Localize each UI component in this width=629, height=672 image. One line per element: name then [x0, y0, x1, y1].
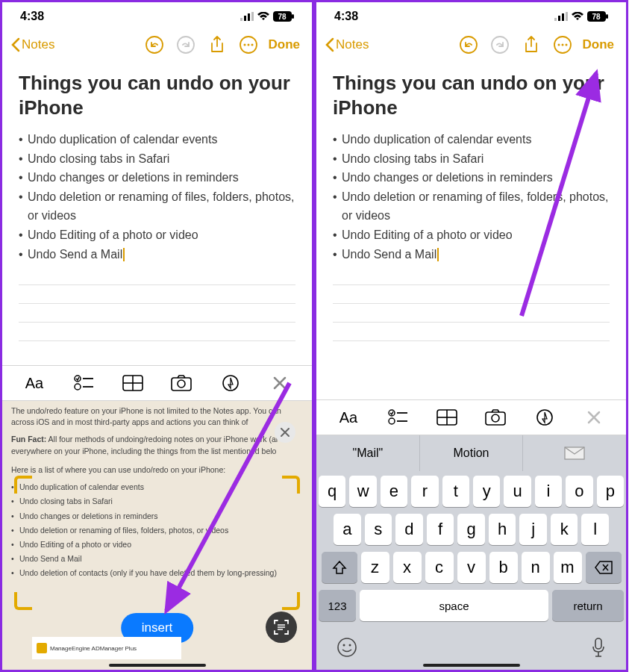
svg-rect-26	[37, 643, 47, 653]
note-content[interactable]: Things you can undo on your iPhone Undo …	[2, 65, 312, 365]
suggestion-item[interactable]: "Mail"	[316, 435, 420, 471]
live-text-button[interactable]	[266, 612, 297, 643]
key-o[interactable]: o	[566, 476, 592, 507]
wifi-icon	[257, 12, 269, 21]
nav-bar: Notes Done	[2, 25, 312, 65]
format-bar: Aa	[316, 399, 626, 435]
table-button[interactable]	[428, 402, 466, 432]
camera-button[interactable]	[477, 402, 514, 432]
undo-button[interactable]	[454, 31, 483, 59]
share-button[interactable]	[517, 31, 545, 59]
key-e[interactable]: e	[381, 476, 407, 507]
status-indicators: 78	[554, 11, 608, 22]
more-button[interactable]	[548, 31, 577, 59]
scan-bullets: Undo duplication of calendar events Undo…	[11, 482, 303, 579]
text-format-button[interactable]: Aa	[16, 368, 53, 398]
key-x[interactable]: x	[393, 552, 422, 583]
key-r[interactable]: r	[411, 476, 438, 507]
format-close-button[interactable]	[261, 368, 298, 398]
wifi-icon	[572, 12, 583, 21]
markup-button[interactable]	[526, 402, 563, 432]
suggestion-item[interactable]: Motion	[420, 435, 524, 471]
emoji-icon	[337, 637, 357, 658]
suggestion-bar: "Mail" Motion	[316, 435, 626, 471]
undo-icon	[145, 35, 164, 55]
back-button[interactable]: Notes	[11, 37, 54, 52]
share-button[interactable]	[203, 31, 231, 59]
camera-icon	[485, 409, 506, 426]
ellipsis-circle-icon	[239, 35, 258, 55]
key-f[interactable]: f	[427, 514, 454, 545]
emoji-button[interactable]	[337, 637, 357, 661]
key-g[interactable]: g	[457, 514, 485, 545]
key-c[interactable]: c	[425, 552, 454, 583]
svg-text:78: 78	[592, 13, 601, 21]
scan-funfact-label: Fun Fact:	[11, 435, 46, 444]
key-j[interactable]: j	[519, 514, 547, 545]
text-format-button[interactable]: Aa	[330, 402, 367, 432]
key-u[interactable]: u	[504, 476, 531, 507]
svg-point-35	[460, 37, 477, 53]
checklist-button[interactable]	[379, 402, 416, 432]
svg-point-21	[178, 380, 185, 388]
key-z[interactable]: z	[361, 552, 389, 583]
scan-bullet: Undo deletion or renaming of files, fold…	[11, 525, 303, 536]
checklist-button[interactable]	[65, 368, 102, 398]
ad-text: ManageEngine ADManager Plus	[50, 645, 137, 652]
note-bullets: Undo duplication of calendar events Undo…	[19, 130, 295, 264]
cellular-icon	[240, 12, 254, 21]
bullet-item: Undo closing tabs in Safari	[19, 149, 295, 169]
ellipsis-circle-icon	[553, 35, 572, 55]
markup-icon	[222, 374, 240, 392]
key-k[interactable]: k	[551, 514, 578, 545]
suggestion-item[interactable]	[523, 435, 626, 471]
scan-close-button[interactable]	[275, 422, 295, 443]
space-key[interactable]: space	[360, 590, 548, 621]
home-indicator[interactable]	[423, 664, 520, 667]
key-n[interactable]: n	[522, 552, 550, 583]
chevron-left-icon	[11, 37, 20, 52]
key-l[interactable]: l	[581, 514, 609, 545]
table-button[interactable]	[114, 368, 151, 398]
key-d[interactable]: d	[395, 514, 423, 545]
key-b[interactable]: b	[489, 552, 518, 583]
key-w[interactable]: w	[349, 476, 376, 507]
return-key[interactable]: return	[552, 590, 624, 621]
shift-key[interactable]	[322, 552, 357, 583]
svg-rect-29	[558, 16, 560, 21]
status-time: 4:38	[20, 10, 44, 23]
note-content[interactable]: Things you can undo on your iPhone Undo …	[316, 65, 626, 399]
status-time: 4:38	[334, 10, 358, 23]
more-button[interactable]	[234, 31, 263, 59]
key-p[interactable]: p	[597, 476, 624, 507]
backspace-key[interactable]	[586, 552, 622, 583]
redo-button[interactable]	[172, 31, 200, 59]
done-button[interactable]: Done	[580, 37, 618, 52]
close-icon	[281, 428, 290, 437]
key-i[interactable]: i	[535, 476, 562, 507]
dictation-button[interactable]	[591, 637, 606, 661]
numbers-key[interactable]: 123	[319, 590, 356, 621]
key-y[interactable]: y	[473, 476, 500, 507]
key-a[interactable]: a	[334, 514, 361, 545]
home-indicator[interactable]	[109, 664, 206, 667]
key-t[interactable]: t	[442, 476, 469, 507]
key-v[interactable]: v	[457, 552, 486, 583]
close-icon	[586, 410, 601, 425]
key-s[interactable]: s	[365, 514, 392, 545]
format-close-button[interactable]	[575, 402, 613, 432]
key-q[interactable]: q	[319, 476, 345, 507]
svg-point-12	[251, 44, 253, 46]
done-button[interactable]: Done	[266, 37, 304, 52]
redo-button[interactable]	[486, 31, 514, 59]
key-h[interactable]: h	[489, 514, 516, 545]
bullet-item: Undo deletion or renaming of files, fold…	[333, 187, 610, 225]
camera-button[interactable]	[163, 368, 200, 398]
svg-rect-55	[595, 638, 601, 649]
back-button[interactable]: Notes	[325, 37, 369, 52]
svg-point-53	[343, 644, 345, 647]
key-m[interactable]: m	[554, 552, 582, 583]
markup-button[interactable]	[212, 368, 249, 398]
shift-icon	[332, 560, 347, 575]
undo-button[interactable]	[140, 31, 169, 59]
